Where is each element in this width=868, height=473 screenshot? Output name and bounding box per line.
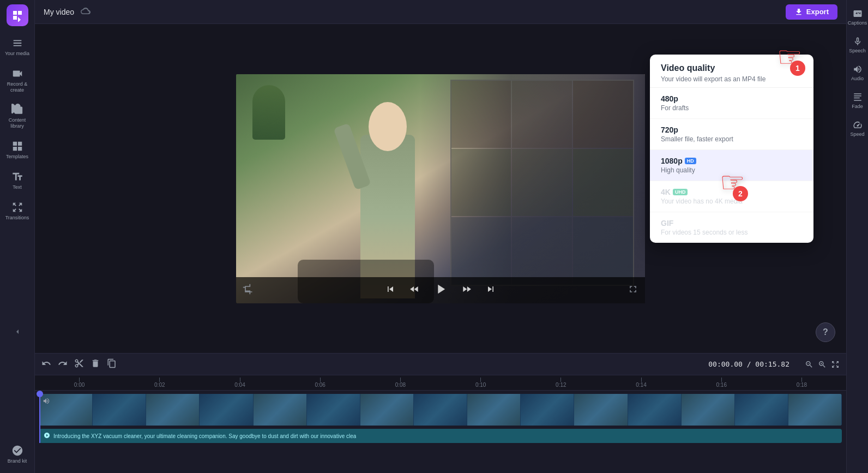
sidebar-label-record: Record & create [4, 81, 31, 93]
ruler-mark: 0:02 [119, 378, 200, 388]
video-track[interactable] [39, 394, 842, 426]
right-item-speech[interactable]: Speech [848, 32, 867, 58]
sidebar-label-your-media: Your media [5, 51, 29, 57]
sidebar-item-templates[interactable]: Templates [2, 136, 33, 164]
right-item-captions[interactable]: Captions [848, 4, 867, 30]
export-quality-dropdown: Video quality Your video will export as … [650, 55, 813, 243]
dropdown-title: Video quality [661, 63, 803, 73]
playhead-handle[interactable] [37, 391, 43, 397]
crop-button[interactable] [243, 284, 254, 297]
right-item-speed[interactable]: Speed [848, 116, 867, 141]
ruler-mark: 0:06 [280, 378, 360, 388]
rewind-button[interactable] [409, 284, 420, 297]
ruler-mark: 0:14 [601, 378, 681, 388]
sidebar-item-content-library[interactable]: Content library [2, 99, 33, 134]
sidebar-label-brand-kit: Brand kit [8, 458, 27, 464]
sidebar-label-content-library: Content library [4, 117, 31, 129]
zoom-in-button[interactable] [818, 360, 827, 369]
zoom-out-button[interactable] [805, 360, 813, 369]
ruler-mark: 0:12 [521, 378, 601, 388]
track-frame [682, 394, 735, 426]
right-item-fade[interactable]: Fade [848, 88, 867, 113]
track-frame [200, 394, 253, 426]
redo-button[interactable] [58, 358, 68, 370]
sidebar-label-transitions: Transitions [5, 215, 29, 221]
sidebar-item-transitions[interactable]: Transitions [2, 197, 33, 225]
sidebar-collapse-btn[interactable] [9, 323, 26, 343]
dropdown-header: Video quality Your video will export as … [650, 55, 813, 88]
undo-button[interactable] [41, 358, 51, 370]
timeline-toolbar: 00:00.00 / 00:15.82 [35, 354, 846, 375]
sidebar-item-record[interactable]: Record & create [2, 63, 33, 98]
quality-option-gif[interactable]: GIF For videos 15 seconds or less [650, 212, 813, 243]
track-frame [788, 394, 842, 426]
audio-track-icon [44, 431, 50, 441]
video-preview [236, 74, 645, 303]
track-frame [467, 394, 521, 426]
audio-track[interactable]: Introducing the XYZ vacuum cleaner, your… [39, 429, 842, 443]
ruler-mark: 0:10 [441, 378, 521, 388]
right-item-audio[interactable]: Audio [848, 60, 867, 86]
track-frame [521, 394, 574, 426]
track-frame [735, 394, 788, 426]
track-frame [307, 394, 360, 426]
export-button[interactable]: Export [786, 4, 837, 20]
skip-forward-button[interactable] [485, 284, 496, 297]
help-button[interactable]: ? [816, 322, 835, 342]
dropdown-subtitle: Your video will export as an MP4 file [661, 75, 803, 83]
quality-option-1080p[interactable]: 1080p HD High quality [650, 150, 813, 181]
fit-to-screen-button[interactable] [831, 360, 840, 369]
track-frame [574, 394, 628, 426]
track-frames [39, 394, 842, 426]
right-panel: Captions Speech Audio Fade Speed [846, 0, 868, 473]
track-volume-icon[interactable] [43, 397, 50, 407]
audio-track-text: Introducing the XYZ vacuum cleaner, your… [53, 433, 356, 439]
uhd-badge: UHD [673, 189, 688, 195]
hd-badge: HD [685, 158, 696, 164]
app-logo [7, 4, 28, 26]
sidebar: Your media Record & create Content libra… [0, 0, 35, 473]
ruler-mark: 0:18 [762, 378, 842, 388]
track-frame [254, 394, 307, 426]
timeline-ruler: 0:00 0:02 0:04 0:06 0:08 0:10 0:12 0:14 … [35, 375, 846, 391]
sidebar-item-brand-kit[interactable]: Brand kit [2, 440, 33, 469]
fast-forward-button[interactable] [461, 284, 472, 297]
track-frame [628, 394, 682, 426]
ruler-mark: 0:08 [360, 378, 441, 388]
playhead[interactable] [39, 394, 40, 443]
header: My video Export [35, 0, 846, 24]
main-content: My video Export [35, 0, 846, 473]
track-frame [414, 394, 467, 426]
track-frame [146, 394, 200, 426]
skip-back-button[interactable] [385, 284, 396, 297]
ruler-mark: 0:04 [200, 378, 280, 388]
duplicate-button[interactable] [107, 358, 117, 370]
track-frame [360, 394, 414, 426]
cut-button[interactable] [74, 358, 84, 370]
video-title: My video [44, 8, 74, 16]
ruler-mark: 0:00 [39, 378, 119, 388]
timeline-tracks[interactable]: Introducing the XYZ vacuum cleaner, your… [35, 391, 846, 473]
ruler-mark: 0:16 [682, 378, 762, 388]
time-display: 00:00.00 / 00:15.82 [708, 360, 789, 368]
quality-option-720p[interactable]: 720p Smaller file, faster export [650, 119, 813, 150]
timeline-area: 00:00.00 / 00:15.82 0:00 0:02 0:04 0:06 … [35, 353, 846, 473]
preview-area: ? Video quality Your video will export a… [35, 24, 846, 353]
video-controls [236, 277, 645, 303]
sidebar-label-text: Text [13, 184, 22, 190]
quality-option-480p[interactable]: 480p For drafts [650, 88, 813, 119]
sidebar-item-your-media[interactable]: Your media [2, 33, 33, 61]
zoom-controls [805, 360, 840, 369]
play-button[interactable] [433, 282, 448, 299]
quality-option-4k[interactable]: 4K UHD Your video has no 4K media [650, 181, 813, 212]
sidebar-label-templates: Templates [6, 154, 28, 160]
video-container [236, 74, 645, 303]
fullscreen-button[interactable] [628, 284, 638, 297]
track-frame [93, 394, 146, 426]
sidebar-item-text[interactable]: Text [2, 166, 33, 195]
save-to-cloud-icon[interactable] [81, 6, 91, 18]
delete-button[interactable] [91, 358, 100, 370]
